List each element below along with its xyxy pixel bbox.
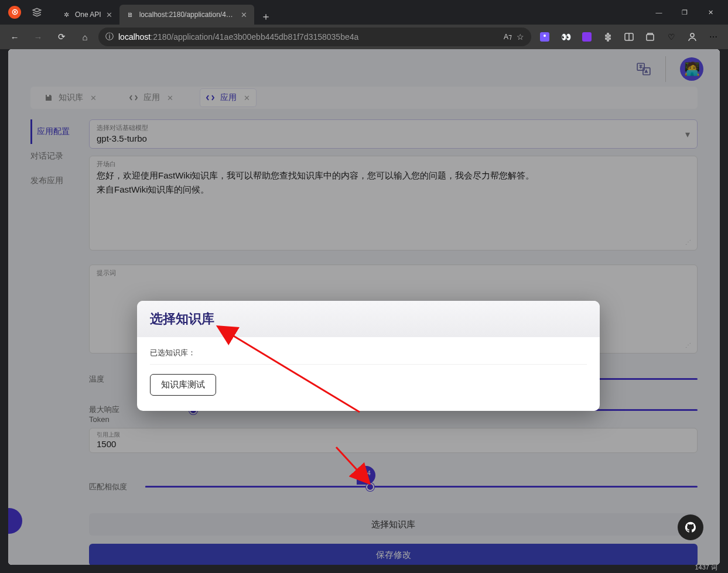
browser-toolbar: ← → ⟳ ⌂ ⓘ localhost:2180/application/41a… <box>0 25 728 49</box>
window-maximize[interactable]: ❐ <box>672 3 698 22</box>
sidenav-app-config[interactable]: 应用配置 <box>30 119 77 144</box>
tab-label: One API <box>75 11 101 19</box>
modal-body: 已选知识库： 知识库测试 <box>137 337 600 411</box>
extensions-menu-icon[interactable] <box>598 27 618 47</box>
model-value: gpt-3.5-turbo <box>97 133 690 143</box>
extension-icons: 👀 ♡ ⋯ <box>535 27 723 47</box>
slider-balloon: 0.4 <box>357 466 375 485</box>
ext-icon-1[interactable] <box>535 27 555 47</box>
slider-label: 最大响应Token <box>89 404 139 424</box>
browser-tabs: ✲ One API ✕ 🗎 localhost:2180/application… <box>49 0 646 25</box>
site-info-icon[interactable]: ⓘ <box>105 32 114 42</box>
menu-icon[interactable]: ⋯ <box>703 27 723 47</box>
similarity-slider[interactable]: 匹配相似度 0.4 <box>89 481 698 492</box>
modal-selected-label: 已选知识库： <box>150 348 587 358</box>
window-minimize[interactable]: — <box>646 3 672 22</box>
opening-textarea[interactable]: 开场白 您好，欢迎使用FastWiki知识库，我可以帮助您查找知识库中的内容，您… <box>89 156 698 251</box>
browser-window: ⦿ ✲ One API ✕ 🗎 localhost:2180/applicati… <box>0 0 728 573</box>
slider-label: 匹配相似度 <box>89 482 139 492</box>
app-header: 🧑‍💻 <box>636 56 703 82</box>
select-kb-button[interactable]: 选择知识库 <box>89 513 698 536</box>
tab-close-icon[interactable]: ✕ <box>106 11 112 19</box>
app-tabbar: 知识库 ✕ 应用 ✕ 应用 ✕ <box>30 87 698 109</box>
performance-icon[interactable]: ♡ <box>661 27 681 47</box>
opening-label: 开场白 <box>97 160 690 169</box>
kb-option-button[interactable]: 知识库测试 <box>150 374 216 396</box>
read-aloud-icon[interactable]: A⁊ <box>504 33 512 41</box>
reference-limit-input[interactable]: 引用上限 1500 <box>89 428 698 453</box>
divider <box>665 56 666 82</box>
apptab-label: 应用 <box>143 92 160 103</box>
svg-point-1 <box>544 35 546 37</box>
apptab-app-1[interactable]: 应用 ✕ <box>124 89 179 107</box>
divider <box>150 364 587 365</box>
ext-icon-2[interactable]: 👀 <box>556 27 576 47</box>
browser-tab-0[interactable]: ✲ One API ✕ <box>55 5 119 25</box>
page: 🧑‍💻 知识库 ✕ 应用 ✕ 应用 ✕ <box>8 49 720 565</box>
save-button[interactable]: 保存修改 <box>89 544 698 565</box>
resize-handle[interactable]: ⋰ <box>97 239 690 245</box>
collections-icon[interactable] <box>640 27 660 47</box>
save-icon <box>45 94 53 102</box>
tab-label: localhost:2180/application/41ae3 <box>139 11 236 19</box>
refresh-button[interactable]: ⟳ <box>52 27 71 47</box>
prompt-label: 提示词 <box>97 269 690 277</box>
window-controls: — ❐ ✕ <box>646 3 723 22</box>
user-avatar[interactable]: 🧑‍💻 <box>680 57 703 81</box>
favicon-page: 🗎 <box>127 11 135 19</box>
sidenav-history[interactable]: 对话记录 <box>30 144 77 169</box>
home-button[interactable]: ⌂ <box>75 27 95 47</box>
sidenav: 应用配置 对话记录 发布应用 <box>30 119 77 193</box>
browser-profile-icon[interactable]: ⦿ <box>8 6 21 19</box>
opening-text: 您好，欢迎使用FastWiki知识库，我可以帮助您查找知识库中的内容，您可以输入… <box>97 169 690 239</box>
favorite-icon[interactable]: ☆ <box>517 32 524 42</box>
chevron-down-icon: ▾ <box>685 129 690 140</box>
svg-rect-9 <box>47 95 49 97</box>
new-tab-button[interactable]: ＋ <box>258 8 274 25</box>
model-label: 选择对话基础模型 <box>97 123 690 132</box>
code-icon <box>206 94 214 102</box>
url-host: localhost <box>118 32 151 42</box>
model-select[interactable]: 选择对话基础模型 gpt-3.5-turbo ▾ <box>89 119 698 149</box>
split-screen-icon[interactable] <box>619 27 639 47</box>
ref-label: 引用上限 <box>97 431 690 439</box>
apptab-label: 应用 <box>220 92 237 103</box>
svg-point-6 <box>691 33 694 37</box>
sidenav-publish[interactable]: 发布应用 <box>30 169 77 193</box>
slider-label: 温度 <box>89 374 139 385</box>
profile-icon[interactable] <box>682 27 702 47</box>
modal-title: 选择知识库 <box>150 310 587 328</box>
apptab-label: 知识库 <box>59 92 83 103</box>
apptab-knowledge[interactable]: 知识库 ✕ <box>39 89 102 107</box>
sidebar-toggle[interactable] <box>8 508 22 534</box>
browser-tab-1[interactable]: 🗎 localhost:2180/application/41ae3 ✕ <box>119 5 254 25</box>
back-button[interactable]: ← <box>5 27 25 47</box>
url-path: :2180/application/41ae3b00ebb445db81f7d3… <box>151 32 358 42</box>
window-close[interactable]: ✕ <box>698 3 723 22</box>
statusbar-wordcount: 1437 词 <box>695 563 717 572</box>
forward-button: → <box>28 27 48 47</box>
browser-titlebar: ⦿ ✲ One API ✕ 🗎 localhost:2180/applicati… <box>0 0 728 25</box>
select-kb-modal: 选择知识库 已选知识库： 知识库测试 <box>137 301 600 411</box>
close-icon[interactable]: ✕ <box>90 94 97 102</box>
modal-header: 选择知识库 <box>137 301 600 337</box>
translate-icon[interactable] <box>636 61 651 77</box>
close-icon[interactable]: ✕ <box>244 94 250 102</box>
ext-icon-3[interactable] <box>577 27 597 47</box>
ref-value: 1500 <box>97 439 690 449</box>
code-icon <box>129 94 138 102</box>
svg-rect-2 <box>582 32 592 42</box>
favicon-openai: ✲ <box>62 11 70 19</box>
github-fab[interactable] <box>678 514 703 540</box>
url-bar[interactable]: ⓘ localhost:2180/application/41ae3b00ebb… <box>98 28 531 46</box>
tab-close-icon[interactable]: ✕ <box>241 11 247 19</box>
svg-rect-5 <box>647 35 654 40</box>
workspace-icon[interactable] <box>30 6 43 19</box>
close-icon[interactable]: ✕ <box>167 94 173 102</box>
apptab-app-2[interactable]: 应用 ✕ <box>200 89 256 107</box>
